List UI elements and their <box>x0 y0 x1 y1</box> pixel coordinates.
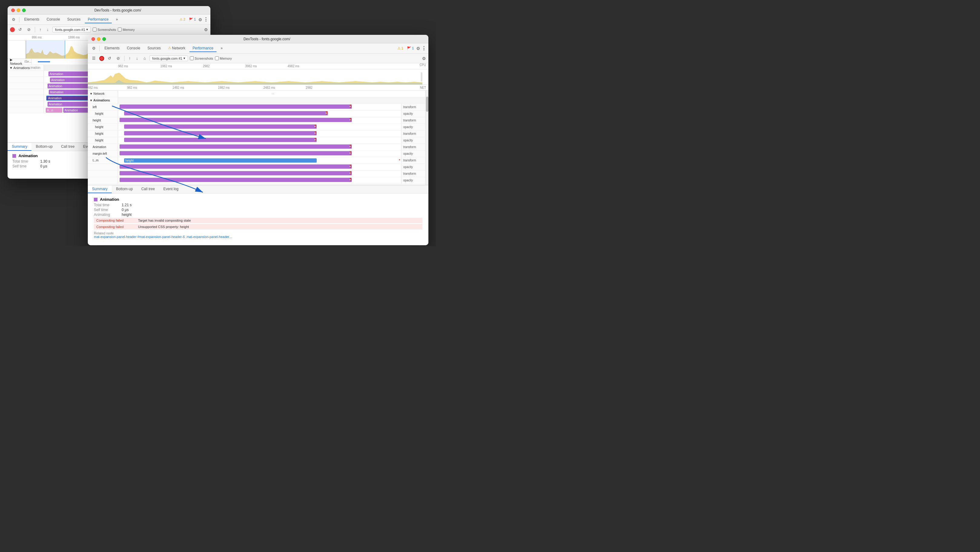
tab-elements-1[interactable]: Elements <box>21 16 42 23</box>
reload-btn-1[interactable]: ↺ <box>17 26 24 33</box>
warning-badge-1: ⚠ 2 <box>178 17 186 22</box>
bottom-tabs-2: Summary Bottom-up Call tree Event log <box>88 185 428 194</box>
screenshots-check-2[interactable]: Screenshots <box>190 56 213 60</box>
traffic-lights-2 <box>91 37 106 41</box>
total-label-1: Total time <box>13 159 37 164</box>
download-btn-1[interactable]: ↓ <box>45 26 51 33</box>
net-label-2: NET <box>420 86 426 89</box>
tab-sources-1[interactable]: Sources <box>64 16 84 23</box>
anim-prop-content-7: ▸ <box>118 151 401 157</box>
url-dropdown-1[interactable]: ▾ <box>86 27 88 32</box>
tab-more-1[interactable]: » <box>113 16 121 23</box>
scrollbar-2[interactable] <box>425 91 428 185</box>
anim-prop-row-9: ▸ opacity <box>88 164 425 170</box>
devtools-mode-icon-2[interactable]: ⚙ <box>90 45 97 52</box>
cf-label-0: Compositing failed <box>96 219 136 222</box>
network-label-1[interactable]: ▶ Network tSe... <box>8 59 32 65</box>
animations-header-2[interactable]: ▼ Animations <box>88 97 425 104</box>
clear-btn-2[interactable]: ⊘ <box>115 55 122 62</box>
bottom-panel-2: Summary Bottom-up Call tree Event log An… <box>88 185 428 245</box>
anim-prop-right-1: opacity <box>401 111 425 117</box>
anim-prop-label-0: left <box>88 104 118 110</box>
anim-selected-block[interactable]: height <box>124 158 317 162</box>
window-title-2: DevTools - fonts.google.com/ <box>109 37 425 41</box>
anim-prop-label-2: height <box>88 117 118 124</box>
tab-sources-2[interactable]: Sources <box>145 45 164 52</box>
memory-check-2[interactable]: Memory <box>215 56 232 60</box>
tab-calltree-1[interactable]: Call tree <box>57 143 79 151</box>
scrollbar-thumb-2[interactable] <box>426 97 428 112</box>
maximize-button-1[interactable] <box>22 8 26 12</box>
tab-network-2[interactable]: ⚠ Network <box>165 45 188 52</box>
info-badge-2: 🚩 1 <box>406 46 415 51</box>
upload-btn-2[interactable]: ↑ <box>127 55 133 62</box>
upload-btn-1[interactable]: ↑ <box>38 26 43 33</box>
related-link[interactable]: mat-expansion-panel-header <box>94 235 137 239</box>
anim-prop-row-1: height ▸ opacity <box>88 111 425 117</box>
warning-badge-2: ⚠ 1 <box>396 46 404 51</box>
anim-prop-row-3: height ▸ opacity <box>88 124 425 130</box>
maximize-button-2[interactable] <box>102 37 106 41</box>
anim-prop-label-8: t...m <box>88 157 118 164</box>
title-bar-2: DevTools - fonts.google.com/ <box>88 35 428 43</box>
settings-icon-record-2[interactable]: ⚙ <box>422 56 426 61</box>
tab-summary-2[interactable]: Summary <box>88 185 112 193</box>
anim-prop-right-9: opacity <box>401 164 425 170</box>
ruler-bottom-2: 482 ms 982 ms 1482 ms 1982 ms 2482 ms 29… <box>88 84 428 91</box>
download-btn-2[interactable]: ↓ <box>134 55 140 62</box>
anim-block-6a[interactable]: A...n <box>46 108 62 113</box>
record-btn-2[interactable] <box>99 56 104 61</box>
clear-btn-1[interactable]: ⊘ <box>25 26 32 33</box>
cpu-label-2: CPU <box>420 63 426 67</box>
anim-label-2 <box>8 83 44 89</box>
tab-bar-1: ⚙ Elements Console Sources Performance »… <box>8 14 210 25</box>
tab-elements-2[interactable]: Elements <box>102 45 123 52</box>
record-toolbar-2: ☰ ↺ ⊘ ↑ ↓ ⌂ fonts.google.com #1 ▾ Screen… <box>88 54 428 63</box>
tab-calltree-2[interactable]: Call tree <box>137 185 159 193</box>
devtools-icon[interactable]: ⚙ <box>10 16 17 23</box>
tab-summary-1[interactable]: Summary <box>8 143 32 151</box>
more-icon-2[interactable]: ⋮ <box>422 45 426 51</box>
animations-header-label-2[interactable]: ▼ Animations <box>88 97 118 103</box>
tab-eventlog-2[interactable]: Event log <box>159 185 183 193</box>
anim-prop-label-4: height <box>88 130 118 137</box>
anim-prop-right-4: transform <box>401 130 425 137</box>
total-value-1: 1.30 s <box>40 159 50 164</box>
related-node-row: Related node mat-expansion-panel-header … <box>94 231 422 239</box>
anim-prop-content-2: ▸ <box>118 117 401 124</box>
sidebar-toggle-2[interactable]: ☰ <box>90 55 97 62</box>
self-value-1: 0 μs <box>40 164 47 169</box>
close-button-2[interactable] <box>91 37 95 41</box>
screenshots-check-1[interactable]: Screenshots <box>93 27 116 32</box>
w2-animating-value: height <box>122 213 132 217</box>
memory-check-1[interactable]: Memory <box>118 27 135 32</box>
tab-more-2[interactable]: » <box>218 45 226 52</box>
tab-console-2[interactable]: Console <box>124 45 143 52</box>
tab-bottomup-1[interactable]: Bottom-up <box>32 143 57 151</box>
network-row-content-2: ... <box>118 91 425 97</box>
animations-header-content-2 <box>118 97 425 103</box>
tab-bottomup-2[interactable]: Bottom-up <box>112 185 137 193</box>
more-icon-1[interactable]: ⋮ <box>204 17 208 22</box>
anim-prop-row-5: height ▸ opacity <box>88 137 425 144</box>
close-button-1[interactable] <box>11 8 15 12</box>
settings-icon-record-1[interactable]: ⚙ <box>204 27 208 32</box>
anim-label-4 <box>8 95 44 101</box>
compositing-failed-0: Compositing failed Target has invalid co… <box>94 218 422 223</box>
tab-performance-1[interactable]: Performance <box>85 16 112 23</box>
settings-icon-1[interactable]: ⚙ <box>198 17 202 22</box>
settings-icon-2[interactable]: ⚙ <box>416 46 420 51</box>
minimize-button-2[interactable] <box>97 37 100 41</box>
tab-console-1[interactable]: Console <box>44 16 63 23</box>
home-btn-2[interactable]: ⌂ <box>142 55 148 62</box>
network-row-label-2[interactable]: ▼ Network <box>88 91 118 97</box>
tab-performance-2[interactable]: Performance <box>189 45 216 52</box>
record-btn-1[interactable] <box>10 27 15 32</box>
minimize-button-1[interactable] <box>17 8 20 12</box>
reload-btn-2[interactable]: ↺ <box>106 55 113 62</box>
tracks-main-2: ▼ Network ... ▼ Animations left ▸ <box>88 91 425 185</box>
sep-2 <box>99 46 100 51</box>
animations-label-1[interactable]: ▼ Animations imation <box>8 65 44 70</box>
timeline-area-2[interactable]: 982 ms 1982 ms 2982 3982 ms 4982 ms CPU … <box>88 63 428 91</box>
url-dropdown-2[interactable]: ▾ <box>183 56 185 60</box>
